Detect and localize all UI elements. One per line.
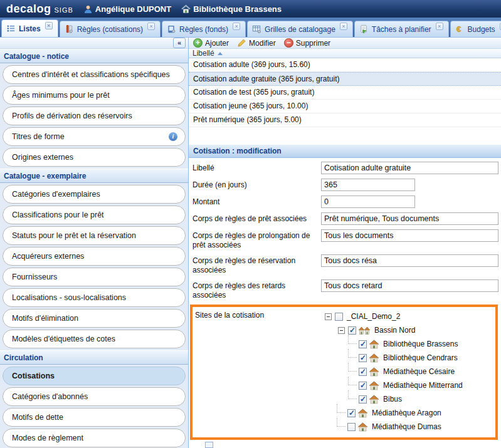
checkbox-checked[interactable] [348, 326, 356, 335]
tree-node-label: Bibliothèque Brassens [381, 340, 458, 348]
checkbox-checked[interactable] [359, 354, 367, 362]
tab-budgets[interactable]: € Budgets × [450, 21, 501, 37]
sidebar-item-label: Profils de dérivation des réservoirs [12, 112, 132, 120]
checkbox-unchecked[interactable] [347, 423, 356, 431]
sidebar-item-titres-de-forme[interactable]: Titres de forme i [3, 127, 186, 146]
tree-elbow [337, 404, 345, 413]
tab-close-icon[interactable]: × [436, 23, 443, 30]
sidebar-item-cotisations[interactable]: Cotisations [3, 367, 186, 385]
checkbox-checked[interactable] [347, 409, 356, 417]
collapse-node-icon[interactable] [338, 327, 345, 334]
sidebar-item-localisations[interactable]: Localisations - sous-localisations [3, 288, 186, 307]
grid-icon [252, 24, 261, 34]
form-row-sites: Sites de la cotisation _CIAL_Demo_2 [195, 309, 495, 434]
tab-close-icon[interactable]: × [45, 22, 53, 29]
tree-node-mitterrand[interactable]: Médiathèque Mitterrand [324, 378, 463, 392]
collapse-node-icon[interactable] [325, 313, 332, 320]
checkbox-unchecked[interactable] [335, 313, 343, 321]
tab-bar: Listes × Règles (cotisations) × Règles (… [0, 18, 501, 38]
list-row[interactable]: Cotisation adulte (369 jours, 15.60) [189, 58, 501, 72]
sidebar-item-profils-derivation[interactable]: Profils de dérivation des réservoirs [3, 107, 186, 125]
tree-elbow [348, 335, 357, 344]
regles-prolongation-field[interactable] [321, 229, 498, 242]
sidebar-item-modes-de-reglement[interactable]: Modes de règlement [3, 429, 186, 447]
sidebar-item-label: Acquéreurs externes [12, 252, 84, 261]
sidebar-item-origines-externes[interactable]: Origines externes [3, 148, 186, 167]
main-panel: + Ajouter Modifier − Supprimer Libellé C… [189, 38, 501, 448]
tree-node-label: Bibus [381, 395, 402, 404]
house-icon [369, 353, 379, 363]
sidebar-item-categories-exemplaires[interactable]: Catégories d'exemplaires [3, 185, 186, 204]
info-icon[interactable]: i [169, 132, 177, 141]
tree-indent [324, 358, 346, 358]
cotisation-form: Libellé Durée (en jours) Montant Corps d… [189, 158, 501, 448]
list-row-selected[interactable]: Cotisation adulte gratuite (365 jours, g… [189, 72, 501, 86]
sidebar-item-centres-interet[interactable]: Centres d'intérêt et classifications spé… [3, 65, 186, 84]
svg-text:€: € [456, 24, 461, 34]
tree-indent [324, 427, 335, 427]
column-label: Libellé [192, 49, 214, 58]
checkbox-checked[interactable] [359, 382, 367, 390]
tab-close-icon[interactable]: × [147, 23, 155, 30]
book-funds-icon [167, 24, 176, 34]
tab-regles-fonds[interactable]: Règles (fonds) × [162, 21, 246, 37]
tree-node-cendrars[interactable]: Bibliothèque Cendrars [324, 351, 463, 365]
tree-node-dumas[interactable]: Médiathèque Dumas [324, 420, 463, 434]
sidebar-item-label: Âges minimums pour le prêt [12, 91, 110, 100]
current-site[interactable]: Bibliothèque Brassens [181, 4, 282, 14]
duree-field[interactable] [321, 179, 415, 191]
checkbox-checked[interactable] [359, 368, 367, 376]
regles-retards-field[interactable] [321, 279, 498, 292]
tree-node-cial-demo[interactable]: _CIAL_Demo_2 [324, 310, 463, 323]
sidebar-item-label: Catégories d'abonnés [12, 392, 88, 401]
form-row-duree: Durée (en jours) [192, 179, 501, 191]
sidebar-item-motifs-de-dette[interactable]: Motifs de dette [3, 408, 186, 427]
regles-reservation-field[interactable] [321, 254, 498, 267]
list-column-header[interactable]: Libellé [189, 49, 501, 58]
partial-checkbox[interactable] [205, 442, 213, 448]
tree-elbow [348, 363, 357, 372]
app-body: « Catalogue - notice Centres d'intérêt e… [0, 38, 501, 448]
tab-listes[interactable]: Listes × [1, 19, 58, 37]
task-icon [359, 24, 369, 34]
tree-node-cesaire[interactable]: Médiathèque Césaire [324, 365, 463, 378]
sidebar-collapse-button[interactable]: « [173, 38, 186, 48]
tab-taches-planifier[interactable]: Tâches à planifier × [354, 21, 449, 37]
tree-node-brassens[interactable]: Bibliothèque Brassens [324, 337, 463, 351]
sidebar-item-motifs-elimination[interactable]: Motifs d'élimination [3, 309, 186, 328]
sidebar-item-ages-minimums[interactable]: Âges minimums pour le prêt [3, 86, 186, 105]
sidebar-item-acquereurs-externes[interactable]: Acquéreurs externes [3, 247, 186, 266]
sidebar-item-modeles-etiquettes[interactable]: Modèles d'étiquettes de cotes [3, 330, 186, 348]
list-row[interactable]: Prêt numérique (365 jours, 5.00) [189, 113, 501, 127]
field-label: Corps de règles de réservation associées [192, 254, 321, 275]
tree-node-bassin-nord[interactable]: Bassin Nord [324, 323, 463, 337]
sidebar-item-label: Localisations - sous-localisations [12, 293, 126, 302]
edit-button[interactable]: Modifier [235, 38, 280, 48]
delete-label: Supprimer [296, 39, 330, 48]
checkbox-checked[interactable] [359, 340, 367, 348]
libelle-field[interactable] [321, 162, 498, 174]
tab-regles-cotisations[interactable]: Règles (cotisations) × [60, 21, 161, 37]
montant-field[interactable] [321, 195, 415, 208]
house-icon [357, 409, 368, 418]
sidebar-item-classifications-pret[interactable]: Classifications pour le prêt [3, 206, 186, 224]
house-icon [369, 367, 379, 377]
delete-button[interactable]: − Supprimer [282, 38, 334, 48]
sidebar-item-fournisseurs[interactable]: Fournisseurs [3, 268, 186, 286]
current-user[interactable]: Angélique DUPONT [83, 4, 171, 14]
tree-elbow [348, 390, 357, 399]
sidebar-item-statuts-pret-reservation[interactable]: Statuts pour le prêt et la réservation [3, 226, 186, 245]
list-row[interactable]: Cotisation de test (365 jours, gratuit) [189, 86, 501, 100]
tab-grilles-catalogage[interactable]: Grilles de catalogage × [247, 21, 353, 37]
house-icon [357, 422, 368, 432]
tab-close-icon[interactable]: × [340, 23, 347, 30]
add-button[interactable]: + Ajouter [191, 38, 233, 48]
list-row[interactable]: Cotisation jeune (365 jours, 10.00) [189, 100, 501, 113]
sidebar-item-label: Centres d'intérêt et classifications spé… [12, 70, 170, 79]
sidebar-item-categories-abonnes[interactable]: Catégories d'abonnés [3, 387, 186, 406]
checkbox-checked[interactable] [359, 395, 367, 404]
regles-pret-field[interactable] [321, 212, 498, 225]
sidebar: « Catalogue - notice Centres d'intérêt e… [0, 38, 189, 448]
tree-node-label: _CIAL_Demo_2 [345, 312, 400, 321]
tab-close-icon[interactable]: × [233, 23, 240, 30]
